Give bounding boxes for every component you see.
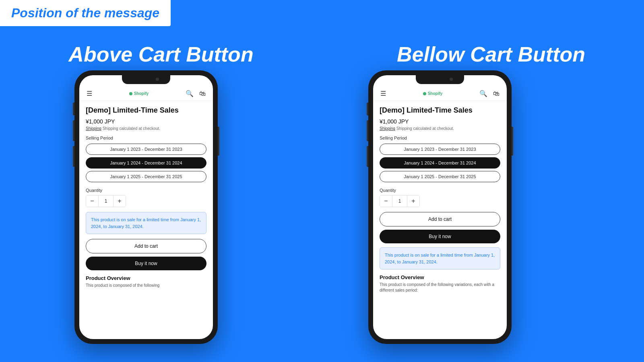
buy-now-left[interactable]: Buy it now — [86, 257, 206, 270]
period-options-left: January 1 2023 - December 31 2023 Januar… — [86, 144, 206, 182]
phone-side-btn-r-right — [512, 127, 513, 156]
period-btn-2025-right[interactable]: January 1 2025 - December 31 2025 — [380, 171, 500, 182]
section-title-left: Above Cart Button — [20, 42, 302, 66]
overview-text-right: This product is composed of the followin… — [380, 282, 500, 293]
logo-text-left: Shopify — [134, 91, 149, 96]
search-icon-left[interactable]: 🔍 — [186, 90, 194, 97]
period-btn-2023-right[interactable]: January 1 2023 - December 31 2023 — [380, 144, 500, 155]
quantity-label-left: Quantity — [86, 188, 206, 193]
qty-plus-left[interactable]: + — [114, 195, 126, 207]
page-title: Position of the message — [11, 6, 159, 21]
product-price-right: ¥1,000 JPY — [380, 118, 500, 125]
promo-banner-right: This product is on sale for a limited ti… — [380, 247, 500, 269]
phone-screen-left: ☰ Shopify 🔍 🛍 [Demo] Limited-Time Sales … — [79, 75, 213, 339]
quantity-ctrl-left: − 1 + — [86, 195, 126, 207]
period-btn-2024-right[interactable]: January 1 2024 - December 31 2024 — [380, 157, 500, 169]
phone-left: ☰ Shopify 🔍 🛍 [Demo] Limited-Time Sales … — [74, 70, 218, 344]
promo-banner-left: This product is on sale for a limited ti… — [86, 212, 206, 234]
shipping-text-left: Shipping calculated at checkout. — [103, 126, 160, 131]
phone-side-btn-1 — [73, 103, 74, 115]
period-btn-2024-left[interactable]: January 1 2024 - December 31 2024 — [86, 157, 206, 169]
shipping-text-right: Shipping calculated at checkout. — [396, 126, 454, 131]
logo-right: Shopify — [423, 91, 443, 96]
header-label-box: Position of the message — [0, 0, 171, 26]
period-btn-2025-left[interactable]: January 1 2025 - December 31 2025 — [86, 171, 206, 182]
overview-title-right: Product Overview — [380, 274, 500, 280]
qty-value-right: 1 — [392, 195, 407, 207]
hamburger-icon-right[interactable]: ☰ — [380, 90, 386, 97]
phone-notch-right — [416, 75, 464, 84]
qty-minus-right[interactable]: − — [380, 195, 392, 207]
shipping-link-right[interactable]: Shipping — [380, 126, 395, 131]
logo-dot-right — [423, 92, 426, 95]
screen-content-right: [Demo] Limited-Time Sales ¥1,000 JPY Shi… — [373, 101, 507, 298]
period-options-right: January 1 2023 - December 31 2023 Januar… — [380, 144, 500, 182]
qty-minus-left[interactable]: − — [86, 195, 98, 207]
topbar-icons-right: 🔍 🛍 — [479, 90, 500, 97]
screen-content-left: [Demo] Limited-Time Sales ¥1,000 JPY Shi… — [79, 101, 213, 293]
phone-notch-left — [122, 75, 170, 84]
buy-now-right[interactable]: Buy it now — [380, 230, 500, 243]
phone-right: ☰ Shopify 🔍 🛍 [Demo] Limited-Time Sales … — [368, 70, 512, 344]
add-to-cart-right[interactable]: Add to cart — [380, 212, 500, 226]
shipping-info-left: Shipping Shipping calculated at checkout… — [86, 126, 206, 131]
phone-side-btn-2 — [73, 120, 74, 141]
topbar-icons-left: 🔍 🛍 — [186, 90, 206, 97]
add-to-cart-left[interactable]: Add to cart — [86, 239, 206, 253]
phone-side-btn-right — [218, 127, 219, 156]
search-icon-right[interactable]: 🔍 — [479, 90, 487, 97]
phone-side-btn-r1 — [367, 103, 368, 115]
logo-text-right: Shopify — [428, 91, 443, 96]
selling-period-label-right: Selling Period — [380, 136, 500, 140]
phone-side-btn-r3 — [367, 146, 368, 167]
shipping-info-right: Shipping Shipping calculated at checkout… — [380, 126, 500, 131]
overview-text-left: This product is composed of the followin… — [86, 283, 206, 288]
shipping-link-left[interactable]: Shipping — [86, 126, 101, 131]
product-title-left: [Demo] Limited-Time Sales — [86, 106, 206, 115]
product-price-left: ¥1,000 JPY — [86, 118, 206, 125]
cart-icon-right[interactable]: 🛍 — [493, 90, 500, 97]
phone-side-btn-3 — [73, 146, 74, 167]
logo-left: Shopify — [129, 91, 149, 96]
qty-value-left: 1 — [98, 195, 114, 207]
period-btn-2023-left[interactable]: January 1 2023 - December 31 2023 — [86, 144, 206, 155]
overview-title-left: Product Overview — [86, 275, 206, 281]
section-title-right: Bellow Cart Button — [350, 42, 632, 66]
selling-period-label-left: Selling Period — [86, 136, 206, 140]
quantity-ctrl-right: − 1 + — [380, 195, 420, 207]
phone-side-btn-r2 — [367, 120, 368, 141]
phone-screen-right: ☰ Shopify 🔍 🛍 [Demo] Limited-Time Sales … — [373, 75, 507, 339]
qty-plus-right[interactable]: + — [407, 195, 419, 207]
quantity-label-right: Quantity — [380, 188, 500, 193]
logo-dot-left — [129, 92, 132, 95]
cart-icon-left[interactable]: 🛍 — [199, 90, 206, 97]
product-title-right: [Demo] Limited-Time Sales — [380, 106, 500, 115]
hamburger-icon-left[interactable]: ☰ — [87, 90, 92, 97]
